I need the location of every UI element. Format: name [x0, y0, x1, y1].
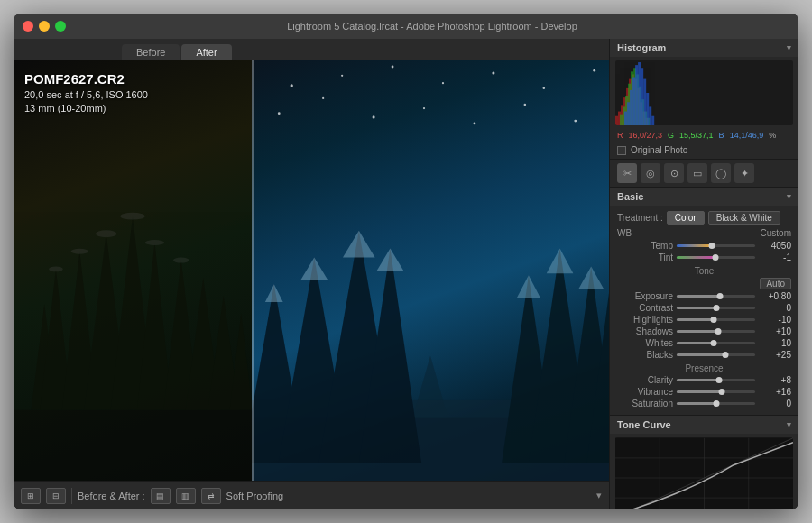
hist-g-label: G [668, 131, 674, 140]
maximize-button[interactable] [55, 21, 66, 32]
svg-rect-81 [632, 78, 635, 125]
shadows-slider[interactable] [677, 330, 755, 333]
svg-marker-46 [343, 231, 375, 258]
auto-button[interactable]: Auto [760, 278, 791, 289]
tint-value: -1 [759, 252, 791, 262]
adjustment-brush-tool[interactable]: ✦ [734, 163, 754, 183]
saturation-slider[interactable] [677, 402, 755, 405]
wb-label: WB [617, 228, 653, 238]
photo-before: POMF2627.CR2 20,0 sec at f / 5,6, ISO 16… [14, 60, 252, 481]
highlights-value: -10 [759, 315, 791, 325]
temp-value: 4050 [759, 241, 791, 251]
svg-rect-86 [646, 93, 649, 125]
tint-label: Tint [617, 252, 673, 262]
temp-row: Temp 4050 [610, 240, 798, 252]
photo-tabs: Before After [14, 39, 609, 60]
svg-point-11 [49, 266, 63, 271]
photo-exposure: 20,0 sec at f / 5,6, ISO 1600 [24, 89, 148, 100]
tint-slider[interactable] [677, 256, 755, 259]
histogram-area [615, 60, 793, 125]
split-h-button[interactable]: ▤ [151, 488, 171, 504]
svg-point-13 [96, 230, 116, 237]
photo-viewport: POMF2627.CR2 20,0 sec at f / 5,6, ISO 16… [14, 60, 609, 481]
grid-view-button[interactable]: ⊞ [21, 488, 41, 504]
histogram-chart [615, 60, 793, 125]
svg-rect-79 [627, 102, 630, 125]
exposure-row: Exposure +0,80 [610, 290, 798, 302]
tab-before[interactable]: Before [122, 44, 180, 60]
whites-row: Whites -10 [610, 337, 798, 349]
treatment-row: Treatment : Color Black & White [610, 209, 798, 226]
close-button[interactable] [23, 21, 33, 32]
shadows-row: Shadows +10 [610, 326, 798, 337]
blacks-row: Blacks +25 [610, 349, 798, 361]
wb-row: WB Custom [610, 226, 798, 240]
tone-curve-header: Tone Curve ▾ [610, 416, 798, 434]
swap-button[interactable]: ⇄ [201, 488, 221, 504]
whites-slider[interactable] [677, 342, 755, 344]
vibrance-value: +16 [759, 387, 791, 397]
saturation-row: Saturation 0 [610, 398, 798, 409]
photo-focal: 13 mm (10-20mm) [24, 103, 148, 114]
svg-rect-84 [641, 68, 643, 125]
before-trees [14, 60, 252, 481]
before-after-label: Before & After : [78, 491, 145, 501]
svg-rect-85 [643, 79, 646, 125]
svg-marker-53 [547, 249, 574, 274]
contrast-value: 0 [759, 303, 791, 313]
histogram-header: Histogram ▾ [610, 39, 798, 57]
radial-filter-tool[interactable]: ◯ [711, 163, 731, 183]
svg-marker-54 [578, 266, 604, 289]
svg-rect-67 [620, 115, 623, 125]
contrast-slider[interactable] [677, 307, 755, 309]
basic-header: Basic ▾ [610, 188, 798, 206]
spot-removal-tool[interactable]: ◎ [641, 163, 660, 183]
color-button[interactable]: Color [667, 211, 705, 225]
svg-rect-88 [651, 116, 654, 125]
svg-marker-52 [517, 275, 540, 298]
split-divider[interactable] [252, 60, 254, 481]
exposure-value: +0,80 [759, 291, 791, 301]
clarity-slider[interactable] [677, 379, 755, 381]
graduated-filter-tool[interactable]: ▭ [687, 163, 707, 183]
vibrance-slider[interactable] [677, 390, 755, 393]
hist-percent: % [769, 131, 776, 140]
original-photo-row: Original Photo [610, 143, 798, 159]
svg-rect-78 [624, 112, 627, 125]
right-panel: Histogram ▾ [609, 39, 798, 509]
svg-point-16 [173, 258, 189, 263]
clarity-label: Clarity [617, 375, 673, 385]
original-photo-checkbox[interactable] [617, 146, 626, 155]
svg-rect-83 [638, 62, 641, 125]
crop-tool[interactable]: ✂ [617, 163, 637, 183]
hist-b-label: B [719, 131, 724, 140]
highlights-slider[interactable] [677, 318, 755, 321]
tone-title: Tone [610, 263, 798, 277]
blacks-slider[interactable] [677, 353, 755, 356]
highlights-row: Highlights -10 [610, 314, 798, 326]
redeye-tool[interactable]: ⊙ [664, 163, 684, 183]
original-photo-label: Original Photo [631, 145, 687, 155]
compare-button[interactable]: ⊟ [46, 488, 66, 504]
svg-rect-82 [635, 65, 638, 125]
saturation-label: Saturation [617, 399, 673, 408]
photo-info: POMF2627.CR2 20,0 sec at f / 5,6, ISO 16… [24, 71, 148, 114]
split-v-button[interactable]: ▥ [176, 488, 196, 504]
photo-area: Before After POMF2627.CR2 20,0 sec at f … [14, 39, 609, 509]
wb-custom: Custom [761, 228, 791, 238]
minimize-button[interactable] [39, 21, 50, 32]
vibrance-label: Vibrance [617, 387, 673, 397]
treatment-label: Treatment : [617, 213, 663, 223]
exposure-label: Exposure [617, 291, 673, 301]
temp-slider[interactable] [677, 244, 755, 247]
hist-r-label: R [617, 131, 623, 140]
bw-button[interactable]: Black & White [708, 211, 780, 225]
exposure-slider[interactable] [677, 295, 755, 298]
highlights-label: Highlights [617, 315, 673, 325]
tab-after[interactable]: After [181, 44, 231, 60]
whites-value: -10 [759, 338, 791, 348]
toolbar-separator [71, 488, 72, 504]
whites-label: Whites [617, 338, 673, 348]
after-trees [252, 60, 609, 481]
histogram-arrow-icon: ▾ [787, 43, 791, 52]
